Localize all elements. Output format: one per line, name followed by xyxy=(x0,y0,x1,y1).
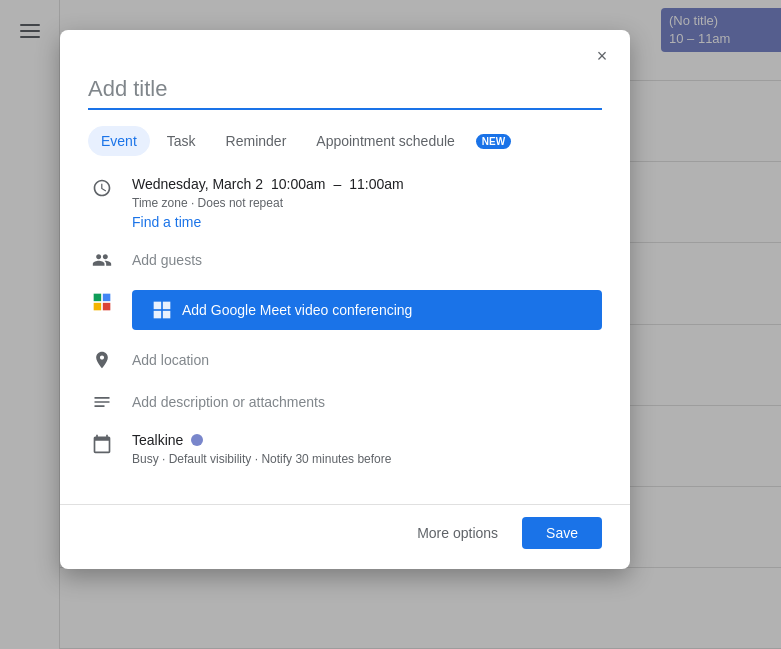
find-a-time-link[interactable]: Find a time xyxy=(132,214,602,230)
calendar-row: Tealkine Busy · Default visibility · Not… xyxy=(88,432,602,466)
description-row: Add description or attachments xyxy=(88,390,602,414)
meet-icon-container xyxy=(88,290,116,312)
tab-event[interactable]: Event xyxy=(88,126,150,156)
event-type-tabs: Event Task Reminder Appointment schedule… xyxy=(88,126,602,156)
svg-rect-7 xyxy=(163,311,171,319)
event-date: Wednesday, March 2 xyxy=(132,176,263,192)
close-button[interactable]: × xyxy=(586,40,618,72)
add-guests-field[interactable]: Add guests xyxy=(132,248,602,272)
save-button[interactable]: Save xyxy=(522,517,602,549)
timezone-repeat-line: Time zone · Does not repeat xyxy=(132,196,602,210)
location-icon xyxy=(88,348,116,370)
title-input[interactable] xyxy=(88,72,602,110)
guests-icon xyxy=(88,248,116,270)
description-content[interactable]: Add description or attachments xyxy=(132,390,602,414)
clock-icon xyxy=(88,176,116,198)
date-time-row: Wednesday, March 2 10:00am – 11:00am Tim… xyxy=(88,176,602,230)
tab-task[interactable]: Task xyxy=(154,126,209,156)
meet-button-label: Add Google Meet video conferencing xyxy=(182,302,412,318)
description-icon xyxy=(88,390,116,412)
event-creation-dialog: × Event Task Reminder Appointment schedu… xyxy=(60,30,630,569)
calendar-color-dot xyxy=(191,434,203,446)
svg-rect-4 xyxy=(154,302,162,310)
svg-rect-5 xyxy=(163,302,171,310)
calendar-name-text: Tealkine xyxy=(132,432,183,448)
dialog-footer: More options Save xyxy=(60,504,630,569)
tab-appointment[interactable]: Appointment schedule xyxy=(303,126,468,156)
dialog-header: × xyxy=(60,30,630,72)
svg-rect-2 xyxy=(94,303,102,311)
add-meet-button[interactable]: Add Google Meet video conferencing xyxy=(132,290,602,330)
time-separator: – xyxy=(333,176,341,192)
calendar-content[interactable]: Tealkine Busy · Default visibility · Not… xyxy=(132,432,602,466)
tab-reminder[interactable]: Reminder xyxy=(213,126,300,156)
new-badge: NEW xyxy=(476,134,511,149)
event-start-time: 10:00am xyxy=(271,176,325,192)
calendar-icon xyxy=(88,432,116,454)
date-time-line[interactable]: Wednesday, March 2 10:00am – 11:00am xyxy=(132,176,602,192)
add-description-field[interactable]: Add description or attachments xyxy=(132,390,602,414)
dialog-body: Event Task Reminder Appointment schedule… xyxy=(60,72,630,504)
guests-content[interactable]: Add guests xyxy=(132,248,602,272)
svg-rect-1 xyxy=(103,294,111,302)
svg-rect-3 xyxy=(103,303,111,311)
event-end-time: 11:00am xyxy=(349,176,403,192)
location-row: Add location xyxy=(88,348,602,372)
svg-rect-6 xyxy=(154,311,162,319)
add-location-field[interactable]: Add location xyxy=(132,348,602,372)
calendar-sub: Busy · Default visibility · Notify 30 mi… xyxy=(132,452,602,466)
meet-row: Add Google Meet video conferencing xyxy=(88,290,602,330)
location-content[interactable]: Add location xyxy=(132,348,602,372)
calendar-name: Tealkine xyxy=(132,432,602,448)
svg-rect-0 xyxy=(94,294,102,302)
more-options-button[interactable]: More options xyxy=(401,517,514,549)
date-time-content: Wednesday, March 2 10:00am – 11:00am Tim… xyxy=(132,176,602,230)
meet-content: Add Google Meet video conferencing xyxy=(132,290,602,330)
guests-row: Add guests xyxy=(88,248,602,272)
